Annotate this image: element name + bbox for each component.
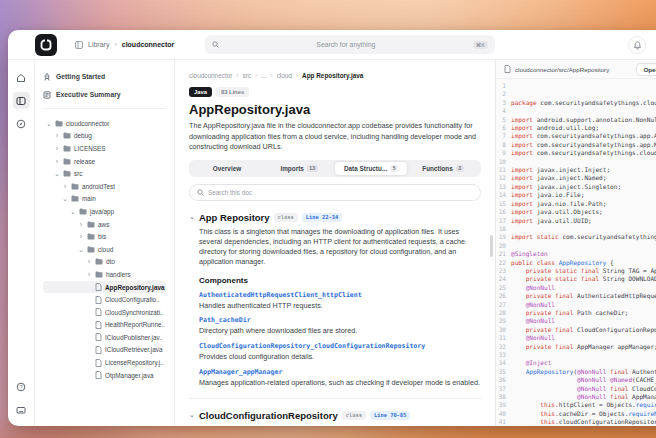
folder-icon xyxy=(87,233,95,240)
line-range-badge[interactable]: Line 70-85 xyxy=(370,411,410,420)
icon-rail: ? xyxy=(8,60,35,426)
class-badge: class xyxy=(342,411,366,420)
line-range-badge[interactable]: Line 22-34 xyxy=(302,213,342,222)
tree-item-label: CloudSynchronizati.. xyxy=(105,309,164,316)
breadcrumb-item-cloudconnector[interactable]: cloudconnector xyxy=(189,72,232,79)
breadcrumb-item-app-repository-java[interactable]: App Repository.java xyxy=(302,72,363,79)
notifications-button[interactable] xyxy=(628,36,646,54)
global-search-input[interactable]: Search for anything ⌘K xyxy=(205,35,495,54)
code-line: 7import com.securityandsafetythings.app.… xyxy=(496,132,656,140)
chevron-right-icon[interactable]: › xyxy=(78,233,84,240)
explore-icon[interactable] xyxy=(13,115,30,132)
chevron-down-icon[interactable]: ⌄ xyxy=(46,120,52,127)
section-text: This class is a singleton that manages t… xyxy=(189,227,481,268)
line-number: 17 xyxy=(496,217,511,225)
line-number: 25 xyxy=(496,284,511,292)
code-line: 16import java.util.Objects; xyxy=(496,208,656,216)
tree-item-label: ICloudPublisher.jav.. xyxy=(105,334,163,341)
code-line: 1 xyxy=(496,82,656,90)
breadcrumb-project[interactable]: cloudconnector xyxy=(122,41,175,48)
tree-item-handlers[interactable]: ›handlers xyxy=(43,268,166,281)
code-line: 37 @NonNull final CloudCon xyxy=(496,385,656,393)
code-line: 6import android.util.Log; xyxy=(496,124,656,132)
chevron-down-icon: ⌄ xyxy=(189,213,195,221)
library-pane-icon[interactable] xyxy=(13,92,30,109)
breadcrumb-library[interactable]: Library xyxy=(88,41,109,48)
sidebar-item-getting-started[interactable]: Getting Started xyxy=(43,69,166,84)
tree-item-otpmanager-java[interactable]: OtpManager.java xyxy=(43,369,166,382)
chevron-right-icon[interactable]: › xyxy=(62,183,68,190)
tree-item-licenses[interactable]: ›LICENSES xyxy=(43,142,166,155)
component-link[interactable]: Path_cacheDir xyxy=(199,316,481,324)
code-line: 4 xyxy=(496,107,656,115)
chevron-down-icon[interactable]: ⌄ xyxy=(70,208,76,215)
tab-overview[interactable]: Overview xyxy=(191,162,263,175)
tree-item-icloudretriever-java[interactable]: ICloudRetriever.java xyxy=(43,344,166,357)
tree-item-label: bis xyxy=(98,233,106,240)
tree-item-src[interactable]: ⌄src xyxy=(43,167,166,180)
folder-icon xyxy=(87,233,95,240)
tree-item-cloudconnector[interactable]: ⌄cloudconnector xyxy=(43,117,166,130)
code-line: 15import java.nio.file.Path; xyxy=(496,200,656,208)
doc-search-input[interactable]: Search this doc xyxy=(189,184,481,201)
breadcrumb-item-[interactable]: ... xyxy=(261,72,266,79)
code-line: 10 xyxy=(496,158,656,166)
tree-item-healthreportrunne[interactable]: HealthReportRunne.. xyxy=(43,319,166,332)
content-scrollbar[interactable] xyxy=(490,235,493,257)
tree-item-licenserepository-j[interactable]: LicenseRepository.j.. xyxy=(43,356,166,369)
section-header[interactable]: ⌄ App Repository class Line 22-34 xyxy=(189,212,481,223)
chevron-down-icon[interactable]: ⌄ xyxy=(62,195,68,202)
component-link[interactable]: AppManager_appManager xyxy=(199,368,481,376)
file-icon xyxy=(504,65,511,73)
tree-item-dto[interactable]: ›dto xyxy=(43,256,166,269)
tree-item-aws[interactable]: ›aws xyxy=(43,218,166,231)
tree-item-cloudsynchronizati[interactable]: CloudSynchronizati.. xyxy=(43,306,166,319)
breadcrumb-separator: › xyxy=(255,72,257,79)
tab-label: Imports xyxy=(280,165,303,172)
tree-item-cloudconfiguratio[interactable]: CloudConfiguratio.. xyxy=(43,293,166,306)
breadcrumb-item-cloud[interactable]: cloud xyxy=(277,72,292,79)
code-line: 24 private static final String DOWNLOAD_ xyxy=(496,275,656,283)
tree-item-release[interactable]: ›release xyxy=(43,155,166,168)
component-link[interactable]: CloudConfigurationRepository_cloudConfig… xyxy=(199,342,481,350)
tree-item-java-app[interactable]: ⌄java/app xyxy=(43,205,166,218)
tree-item-debug[interactable]: ›debug xyxy=(43,130,166,143)
tree-item-cloud[interactable]: ⌄cloud xyxy=(43,243,166,256)
tree-item-main[interactable]: ⌄main xyxy=(43,193,166,206)
breadcrumb-item-src[interactable]: src xyxy=(242,72,251,79)
tree-item-apprepository-java[interactable]: AppRepository.java xyxy=(43,281,166,294)
code-text: private final AppManager appManager; xyxy=(511,343,656,351)
sidebar-item-executive-summary[interactable]: Executive Summary xyxy=(43,87,166,102)
chevron-right-icon[interactable]: › xyxy=(86,271,92,278)
line-number: 1 xyxy=(496,82,511,90)
app-logo-icon[interactable] xyxy=(35,34,57,56)
code-viewer[interactable]: 123package com.securityandsafetythings.c… xyxy=(496,79,656,426)
tree-item-bis[interactable]: ›bis xyxy=(43,230,166,243)
tab-imports[interactable]: Imports13 xyxy=(263,162,335,175)
code-line: 36 @NonNull @Named(CACHE_D xyxy=(496,376,656,384)
code-line: 35 AppRepository(@NonNull final Authenti xyxy=(496,368,656,376)
help-icon[interactable]: ? xyxy=(13,378,30,395)
tree-item-icloudpublisher-jav[interactable]: ICloudPublisher.jav.. xyxy=(43,331,166,344)
chevron-right-icon[interactable]: › xyxy=(54,158,60,165)
line-number: 16 xyxy=(496,208,511,216)
chevron-right-icon[interactable]: › xyxy=(78,221,84,228)
component-link[interactable]: AuthenticatedHttpRequestClient_httpClien… xyxy=(199,291,481,299)
chevron-down-icon[interactable]: ⌄ xyxy=(54,170,60,177)
file-icon xyxy=(95,308,102,316)
tree-item-androidtest[interactable]: ›androidTest xyxy=(43,180,166,193)
tab-data-structu[interactable]: Data Structu...5 xyxy=(335,162,407,175)
shortcuts-icon[interactable] xyxy=(13,401,30,418)
home-icon[interactable] xyxy=(13,69,30,86)
chevron-down-icon[interactable]: ⌄ xyxy=(78,246,84,253)
line-number: 40 xyxy=(496,410,511,418)
chevron-right-icon[interactable]: › xyxy=(86,258,92,265)
line-number: 12 xyxy=(496,174,511,182)
tree-item-label: main xyxy=(82,195,96,202)
open-new-button[interactable]: Open new xyxy=(636,63,656,76)
chevron-right-icon[interactable]: › xyxy=(54,132,60,139)
tab-functions[interactable]: Functions3 xyxy=(407,162,479,175)
search-icon xyxy=(212,41,219,48)
section-header[interactable]: ⌄ CloudConfigurationRepository class Lin… xyxy=(189,410,481,421)
chevron-right-icon[interactable]: › xyxy=(54,145,60,152)
